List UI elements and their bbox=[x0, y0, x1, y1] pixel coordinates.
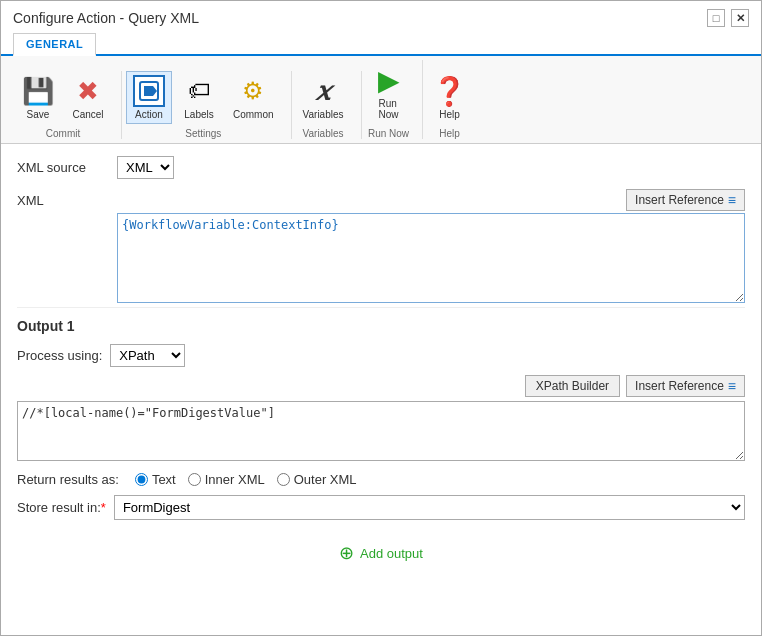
radio-text-label: Text bbox=[152, 472, 176, 487]
svg-marker-1 bbox=[144, 86, 157, 96]
action-icon bbox=[133, 75, 165, 107]
output-section: Output 1 Process using: XPath XQuery XPa… bbox=[17, 307, 745, 520]
store-result-row: Store result in:* FormDigest bbox=[17, 495, 745, 520]
save-icon: 💾 bbox=[22, 75, 54, 107]
output-title: Output 1 bbox=[17, 318, 745, 334]
radio-text-input[interactable] bbox=[135, 473, 148, 486]
insert-ref-row: Insert Reference ≡ bbox=[117, 189, 745, 211]
labels-icon: 🏷 bbox=[183, 75, 215, 107]
radio-inner-xml-label: Inner XML bbox=[205, 472, 265, 487]
insert-reference2-label: Insert Reference bbox=[635, 379, 724, 393]
window-title: Configure Action - Query XML bbox=[13, 10, 199, 26]
variables-button[interactable]: 𝑥 Variables bbox=[296, 71, 351, 124]
toolbar: 💾 Save ✖ Cancel Commit bbox=[1, 56, 761, 144]
xml-label: XML bbox=[17, 189, 117, 208]
help-group-label: Help bbox=[427, 126, 473, 139]
toolbar-buttons-variables: 𝑥 Variables bbox=[296, 71, 351, 124]
tab-bar: GENERAL bbox=[1, 27, 761, 56]
help-icon: ❓ bbox=[434, 75, 466, 107]
action-button[interactable]: Action bbox=[126, 71, 172, 124]
title-bar: Configure Action - Query XML □ ✕ bbox=[1, 1, 761, 27]
toolbar-group-commit: 💾 Save ✖ Cancel Commit bbox=[11, 71, 122, 139]
return-results-label: Return results as: bbox=[17, 472, 119, 487]
variables-icon: 𝑥 bbox=[307, 75, 339, 107]
labels-label: Labels bbox=[184, 109, 213, 120]
save-label: Save bbox=[27, 109, 50, 120]
radio-group: Text Inner XML Outer XML bbox=[135, 472, 357, 487]
insert-reference-button[interactable]: Insert Reference ≡ bbox=[626, 189, 745, 211]
store-result-label: Store result in:* bbox=[17, 500, 106, 515]
xml-source-label: XML source bbox=[17, 160, 117, 175]
configure-action-window: Configure Action - Query XML □ ✕ GENERAL… bbox=[0, 0, 762, 636]
settings-group-label: Settings bbox=[126, 126, 281, 139]
process-row: Process using: XPath XQuery bbox=[17, 344, 745, 367]
cancel-label: Cancel bbox=[72, 109, 103, 120]
insert-reference-label: Insert Reference bbox=[635, 193, 724, 207]
xpath-builder-button[interactable]: XPath Builder bbox=[525, 375, 620, 397]
common-icon: ⚙ bbox=[237, 75, 269, 107]
main-content: XML source XML File URL XML Insert Refer… bbox=[1, 144, 761, 635]
toolbar-buttons-settings: Action 🏷 Labels ⚙ Common bbox=[126, 71, 281, 124]
add-output-icon: ⊕ bbox=[339, 542, 354, 564]
cancel-icon: ✖ bbox=[72, 75, 104, 107]
toolbar-buttons-help: ❓ Help bbox=[427, 71, 473, 124]
toolbar-group-run-now: ▶ RunNow Run Now bbox=[362, 60, 423, 139]
toolbar-buttons-run: ▶ RunNow bbox=[366, 60, 412, 124]
radio-outer-xml-label: Outer XML bbox=[294, 472, 357, 487]
process-label: Process using: bbox=[17, 348, 102, 363]
xml-source-row: XML source XML File URL bbox=[17, 156, 745, 179]
cancel-button[interactable]: ✖ Cancel bbox=[65, 71, 111, 124]
add-output-button[interactable]: ⊕ Add output bbox=[329, 538, 433, 568]
variables-group-label: Variables bbox=[296, 126, 351, 139]
help-label: Help bbox=[439, 109, 460, 120]
run-now-label: RunNow bbox=[379, 98, 399, 120]
run-now-group-label: Run Now bbox=[366, 126, 412, 139]
xpath-textarea[interactable]: //*[local-name()="FormDigestValue"] bbox=[17, 401, 745, 461]
xml-row: XML Insert Reference ≡ {WorkflowVariable… bbox=[17, 189, 745, 303]
insert-ref-icon: ≡ bbox=[728, 192, 736, 208]
commit-group-label: Commit bbox=[15, 126, 111, 139]
close-button[interactable]: ✕ bbox=[731, 9, 749, 27]
radio-inner-xml-input[interactable] bbox=[188, 473, 201, 486]
insert-ref2-icon: ≡ bbox=[728, 378, 736, 394]
toolbar-group-settings: Action 🏷 Labels ⚙ Common Settings bbox=[122, 71, 292, 139]
help-button[interactable]: ❓ Help bbox=[427, 71, 473, 124]
process-using-select[interactable]: XPath XQuery bbox=[110, 344, 185, 367]
radio-outer-xml-input[interactable] bbox=[277, 473, 290, 486]
toolbar-buttons-commit: 💾 Save ✖ Cancel bbox=[15, 71, 111, 124]
save-button[interactable]: 💾 Save bbox=[15, 71, 61, 124]
labels-button[interactable]: 🏷 Labels bbox=[176, 71, 222, 124]
xml-right: Insert Reference ≡ {WorkflowVariable:Con… bbox=[117, 189, 745, 303]
common-button[interactable]: ⚙ Common bbox=[226, 71, 281, 124]
tab-general[interactable]: GENERAL bbox=[13, 33, 96, 56]
radio-inner-xml[interactable]: Inner XML bbox=[188, 472, 265, 487]
store-result-select[interactable]: FormDigest bbox=[114, 495, 745, 520]
xml-textarea[interactable]: {WorkflowVariable:ContextInfo} bbox=[117, 213, 745, 303]
xpath-buttons-row: XPath Builder Insert Reference ≡ bbox=[17, 375, 745, 397]
run-now-icon: ▶ bbox=[373, 64, 405, 96]
title-controls: □ ✕ bbox=[707, 9, 749, 27]
xml-source-select[interactable]: XML File URL bbox=[117, 156, 174, 179]
add-output-label: Add output bbox=[360, 546, 423, 561]
toolbar-group-variables: 𝑥 Variables Variables bbox=[292, 71, 362, 139]
common-label: Common bbox=[233, 109, 274, 120]
variables-label: Variables bbox=[303, 109, 344, 120]
add-output-row: ⊕ Add output bbox=[17, 528, 745, 572]
radio-outer-xml[interactable]: Outer XML bbox=[277, 472, 357, 487]
insert-reference2-button[interactable]: Insert Reference ≡ bbox=[626, 375, 745, 397]
return-row: Return results as: Text Inner XML Outer … bbox=[17, 472, 745, 487]
toolbar-group-help: ❓ Help Help bbox=[423, 71, 483, 139]
radio-text[interactable]: Text bbox=[135, 472, 176, 487]
run-now-button[interactable]: ▶ RunNow bbox=[366, 60, 412, 124]
minimize-button[interactable]: □ bbox=[707, 9, 725, 27]
action-label: Action bbox=[135, 109, 163, 120]
